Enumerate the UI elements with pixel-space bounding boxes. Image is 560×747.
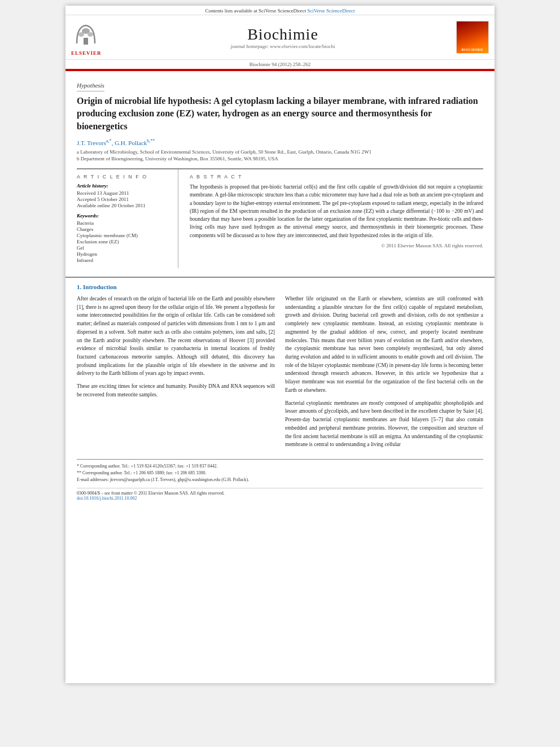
svg-point-3 [88, 32, 93, 37]
intro-col-right: Whether life originated on the Earth or … [285, 295, 483, 453]
keyword-bacteria: Bacteria [77, 220, 172, 226]
rights-text: 0300-9084/$ – see front matter © 2011 El… [77, 491, 483, 496]
keyword-charges: Charges [77, 226, 172, 232]
author-a-sup: a,* [106, 138, 112, 143]
article-info-abstract: A R T I C L E I N F O Article history: R… [77, 168, 483, 268]
footnote-star1: * Corresponding author. Tel.: +1 519 824… [77, 463, 483, 470]
biochimie-cover-label: BIOCHIMIE [462, 48, 484, 51]
keyword-gel: Gel [77, 245, 172, 251]
copyright: © 2011 Elsevier Masson SAS. All rights r… [190, 243, 483, 248]
keyword-cm: Cytoplasmic membrane (CM) [77, 233, 172, 238]
intro-col2-para1: Whether life originated on the Earth or … [285, 295, 483, 395]
article-title: Origin of microbial life hypothesis: A g… [77, 95, 483, 133]
top-bar: Contents lists available at SciVerse Sci… [65, 6, 495, 15]
abstract-text: The hypothesis is proposed that pre-biot… [190, 183, 483, 239]
authors-line: J.T. Trevorsa,*, G.H. Pollackb,** [77, 138, 483, 146]
abstract-header: A B S T R A C T [190, 174, 483, 180]
intro-two-col: After decades of research on the origin … [77, 295, 483, 453]
intro-col2-para2: Bacterial cytoplasmic membranes are most… [285, 399, 483, 449]
accepted-date: Accepted 5 October 2011 [77, 196, 172, 202]
page: Contents lists available at SciVerse Sci… [65, 6, 495, 683]
article-info-column: A R T I C L E I N F O Article history: R… [77, 169, 178, 268]
affiliation-a: a Laboratory of Microbiology, School of … [77, 148, 483, 156]
svg-rect-0 [84, 38, 88, 45]
affiliations: a Laboratory of Microbiology, School of … [77, 148, 483, 163]
keyword-ez: Exclusion zone (EZ) [77, 239, 172, 244]
intro-para1: After decades of research on the origin … [77, 295, 275, 378]
journal-name-container: Biochimie journal homepage: www.elsevier… [116, 25, 449, 49]
elsevier-brand [71, 19, 116, 50]
section-type: Hypothesis [77, 82, 104, 91]
journal-name: Biochimie [116, 25, 449, 43]
doi-link[interactable]: doi:10.1016/j.biochi.2011.10.002 [77, 496, 137, 501]
journal-homepage: journal homepage: www.elsevier.com/locat… [116, 43, 449, 49]
svg-point-2 [78, 32, 84, 37]
author-b-name: G.H. Pollack [115, 139, 147, 146]
received-date: Received 13 August 2011 [77, 190, 172, 196]
contents-text: Contents lists available at SciVerse Sci… [205, 8, 306, 14]
footnotes: * Corresponding author. Tel.: +1 519 824… [77, 459, 483, 483]
elsevier-label: ELSEVIER [71, 50, 116, 56]
footnote-email: E-mail addresses: jtrevors@uoguelph.ca (… [77, 477, 483, 483]
biochimie-cover-container: BIOCHIMIE [449, 21, 489, 54]
article-content: Hypothesis Origin of microbial life hypo… [65, 71, 495, 277]
keywords-label: Keywords: [77, 213, 172, 219]
intro-col-left: After decades of research on the origin … [77, 295, 275, 453]
affiliation-b: b Department of Bioengineering, Universi… [77, 155, 483, 163]
history-label: Article history: [77, 183, 172, 189]
elsevier-tree-icon [71, 21, 100, 47]
footnote-star2: ** Corresponding author. Tel.: +1 206 68… [77, 470, 483, 477]
sciverse-link[interactable]: SciVerse ScienceDirect [307, 8, 355, 14]
intro-para2: These are exciting times for science and… [77, 382, 275, 399]
journal-header: Contents lists available at SciVerse Sci… [65, 6, 495, 71]
body-content: 1. Introduction After decades of researc… [65, 277, 495, 506]
author-b-sup: b,** [147, 138, 155, 143]
article-info-header: A R T I C L E I N F O [77, 174, 172, 180]
keyword-hydrogen: Hydrogen [77, 251, 172, 257]
keyword-infrared: Infrared [77, 257, 172, 263]
journal-header-main: ELSEVIER Biochimie journal homepage: www… [65, 15, 495, 60]
intro-heading: 1. Introduction [77, 283, 483, 290]
author-a-name: J.T. Trevors [77, 139, 106, 146]
article-info-bar: Biochimie 94 (2012) 258–262 [65, 60, 495, 70]
abstract-column: A B S T R A C T The hypothesis is propos… [190, 169, 483, 268]
doi-bar: 0300-9084/$ – see front matter © 2011 El… [77, 488, 483, 501]
doi-text: doi:10.1016/j.biochi.2011.10.002 [77, 496, 483, 501]
biochimie-cover-image: BIOCHIMIE [456, 21, 489, 54]
available-date: Available online 20 October 2011 [77, 203, 172, 208]
elsevier-logo-container: ELSEVIER [71, 19, 116, 56]
